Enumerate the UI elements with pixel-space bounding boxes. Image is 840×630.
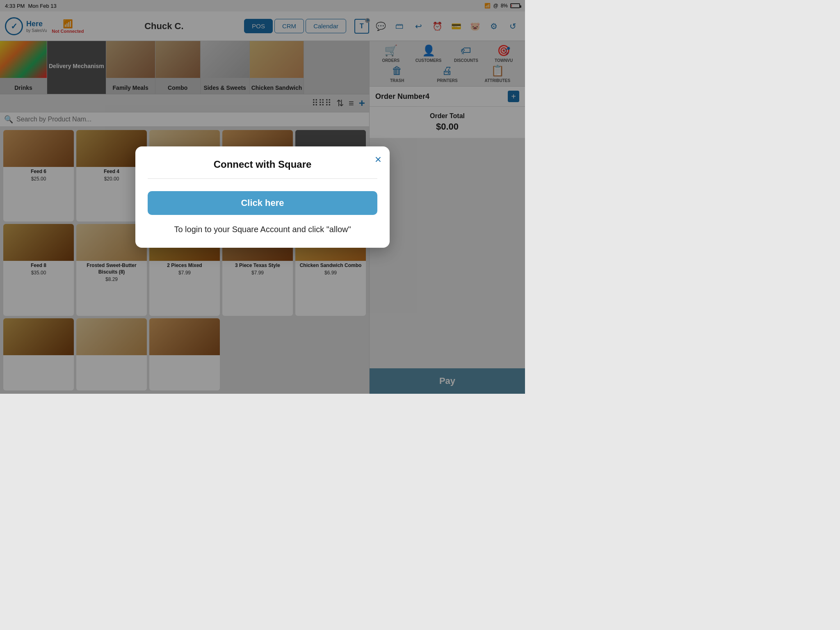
modal-overlay: Connect with Square × Click here To logi…: [0, 0, 525, 394]
modal-divider: [148, 178, 377, 179]
modal-title: Connect with Square: [148, 159, 377, 170]
modal-subtext: To login to your Square Account and clic…: [148, 223, 377, 235]
modal-close-button[interactable]: ×: [375, 153, 381, 166]
connect-square-modal: Connect with Square × Click here To logi…: [135, 146, 390, 248]
click-here-button[interactable]: Click here: [148, 191, 377, 215]
